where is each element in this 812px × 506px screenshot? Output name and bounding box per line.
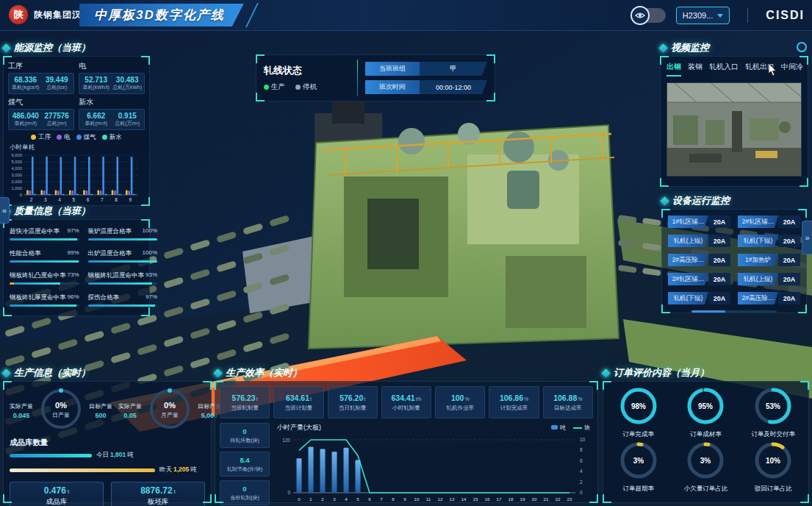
status-legend-item: 停机 bbox=[295, 82, 317, 92]
svg-text:日产量: 日产量 bbox=[52, 412, 70, 418]
quality-item: 钢板终轧温度命中率93% bbox=[88, 271, 158, 285]
visibility-toggle[interactable] bbox=[632, 8, 666, 23]
equipment-name: 2#轧区辅… bbox=[738, 215, 778, 228]
quality-item-label: 钢板终轧厚度命中率96% bbox=[10, 293, 79, 302]
energy-metric-groups: 工序68.336单耗(kgce/t)39.449总耗(tce)电52.713单耗… bbox=[4, 57, 149, 132]
camera-tab-轧机出口[interactable]: 轧机出口 bbox=[745, 62, 775, 76]
equipment-name: 2#高压除… bbox=[738, 292, 778, 304]
quality-item-label: 超快冷温度命中率97% bbox=[10, 227, 79, 236]
quality-item: 钢板终轧凸度命中率73% bbox=[10, 271, 79, 285]
energy-metric: 277576总耗(m³) bbox=[43, 112, 72, 127]
gauge-actual-label: 实际产量 bbox=[115, 402, 145, 410]
svg-text:1: 1 bbox=[309, 496, 312, 502]
right-panel-collapse-tab[interactable]: » bbox=[802, 221, 812, 254]
stock-bar-row: 今日1,801吨 bbox=[10, 451, 205, 460]
camera-tab-轧机入口[interactable]: 轧机入口 bbox=[709, 62, 739, 76]
energy-group-name: 新水 bbox=[79, 97, 145, 107]
stock-boxes: 0.476t成品库8876.72t板坯库 bbox=[4, 476, 211, 506]
quality-progress-bar bbox=[10, 238, 79, 240]
efficiency-side-card: 0当班轧制(块) bbox=[220, 480, 270, 505]
camera-feed[interactable] bbox=[667, 82, 802, 177]
energy-metric-label: 总耗(tce) bbox=[43, 84, 72, 91]
efficiency-panel-title: 生产效率（实时） bbox=[215, 365, 598, 381]
side-card-value: 0 bbox=[242, 485, 246, 493]
line-status-panel: 轧线状态 生产停机 当班班组甲班次时间00:00-12:00 bbox=[256, 54, 495, 101]
svg-text:12: 12 bbox=[438, 496, 443, 502]
quality-item-label: 探伤合格率97% bbox=[88, 293, 158, 302]
energy-metric: 52.713单耗(kWh/t) bbox=[82, 76, 110, 91]
stock-box-label: 板坯库 bbox=[148, 497, 169, 506]
video-panel-title: 视频监控 bbox=[660, 40, 808, 56]
svg-text:2: 2 bbox=[321, 496, 324, 502]
order-kpi-gauges: 98%订单完成率 95%订单成材率 53%订单及时交付率 3%订单超期率 3%小… bbox=[603, 382, 808, 498]
svg-text:8: 8 bbox=[115, 197, 118, 202]
line-selector-dropdown[interactable]: H2309... bbox=[676, 7, 730, 24]
equipment-name: 2#高压除… bbox=[668, 254, 708, 266]
svg-text:4: 4 bbox=[580, 468, 583, 474]
side-card-label: 当班轧制(块) bbox=[230, 494, 259, 502]
quality-progress-bar bbox=[88, 282, 158, 285]
equipment-scrollbar[interactable] bbox=[691, 310, 777, 313]
order-gauge-label: 订单完成率 bbox=[623, 430, 655, 439]
video-collapse-button[interactable] bbox=[797, 42, 807, 52]
title-banner: 中厚板3D数字化产线 bbox=[79, 4, 244, 26]
svg-text:20: 20 bbox=[532, 496, 537, 502]
svg-text:2: 2 bbox=[580, 480, 583, 485]
energy-metric-label: 单耗(kWh/t) bbox=[82, 84, 110, 91]
gauge-actual-label: 实际产量 bbox=[7, 402, 36, 410]
scrollbar-thumb[interactable] bbox=[691, 310, 725, 313]
svg-text:5: 5 bbox=[73, 197, 76, 202]
equipment-current-value: 20A bbox=[708, 215, 730, 228]
left-panel-collapse-tab[interactable]: « bbox=[0, 197, 10, 224]
energy-group-box: 52.713单耗(kWh/t)30.483总耗(万kWh) bbox=[79, 73, 145, 94]
svg-text:月产量: 月产量 bbox=[161, 412, 179, 418]
order-gauge: 3%小欠量订单占比 bbox=[674, 441, 739, 493]
svg-text:3,000: 3,000 bbox=[11, 173, 22, 177]
equipment-panel: 设备运行监控 1#轧区辅…20A2#轧区辅…20A轧机(上辊)20A轧机(下辊)… bbox=[661, 193, 807, 313]
svg-text:9: 9 bbox=[129, 197, 132, 202]
logo-glyph: 陕 bbox=[14, 8, 24, 21]
efficiency-side-card: 0待轧坯数(块) bbox=[220, 423, 270, 448]
svg-text:17: 17 bbox=[497, 496, 502, 502]
energy-group-box: 6.662单耗(m³/t)0.915总耗(万m³) bbox=[79, 109, 145, 130]
diamond-icon bbox=[1, 43, 11, 53]
diamond-icon bbox=[213, 368, 223, 378]
order-gauge: 10%驳回订单占比 bbox=[741, 441, 805, 493]
svg-text:0: 0 bbox=[580, 490, 583, 495]
camera-tab-中间冷[interactable]: 中间冷 bbox=[781, 62, 803, 76]
svg-text:10%: 10% bbox=[766, 457, 780, 465]
energy-metric-label: 总耗(万m³) bbox=[113, 120, 143, 127]
efficiency-stat-card: 634.61t当班计划量 bbox=[273, 386, 323, 418]
hourly-output-chart: 1200024681001234567891011121314151617181… bbox=[274, 432, 593, 506]
svg-text:9: 9 bbox=[403, 496, 406, 502]
quality-item-label: 出炉温度合格率100% bbox=[88, 249, 158, 258]
order-gauge-label: 订单及时交付率 bbox=[751, 430, 795, 439]
energy-metric: 30.483总耗(万kWh) bbox=[112, 76, 142, 91]
stock-box: 0.476t成品库 bbox=[10, 482, 104, 506]
equipment-row: 轧机(上辊)20A bbox=[738, 273, 800, 285]
energy-metric-label: 总耗(万kWh) bbox=[112, 84, 142, 91]
stat-label: 当班轧制量 bbox=[231, 405, 259, 412]
svg-text:23: 23 bbox=[567, 496, 572, 502]
energy-group-box: 486.040单耗(m³/t)277576总耗(m³) bbox=[8, 109, 74, 130]
svg-text:8: 8 bbox=[580, 447, 583, 452]
order-gauge-label: 订单超期率 bbox=[623, 485, 655, 493]
order-gauge-label: 订单成材率 bbox=[690, 430, 722, 439]
eye-icon bbox=[630, 6, 650, 25]
efficiency-side-card: 8.4轧制节奏(分/块) bbox=[220, 452, 270, 477]
equipment-row: 轧机(下辊)20A bbox=[668, 292, 730, 304]
equipment-row: 2#高压除…20A bbox=[668, 254, 730, 266]
stat-label: 当班计划量 bbox=[285, 405, 313, 412]
quality-metrics-grid: 超快冷温度命中率97%装炉温度合格率100%性能合格率99%出炉温度合格率100… bbox=[4, 220, 149, 314]
gauge-actual-value: 0.045 bbox=[7, 412, 36, 419]
camera-tab-出钢[interactable]: 出钢 bbox=[667, 62, 681, 76]
output-gauges: 实际产量0.045 0% 日产量目标产量500实际产量0.05 0% 月产量目标… bbox=[4, 382, 211, 436]
svg-text:0: 0 bbox=[298, 496, 301, 502]
status-badge-value: 甲 bbox=[420, 62, 487, 76]
collapse-right-icon: » bbox=[805, 233, 809, 242]
orders-panel-title-text: 订单评价内容（当月） bbox=[614, 366, 709, 380]
side-card-label: 待轧坯数(块) bbox=[230, 437, 259, 444]
equipment-name: 轧机(下辊) bbox=[668, 292, 708, 304]
camera-tab-装钢[interactable]: 装钢 bbox=[688, 62, 703, 76]
output-gauge-group: 实际产量0.045 0% 日产量目标产量500 bbox=[7, 386, 115, 435]
